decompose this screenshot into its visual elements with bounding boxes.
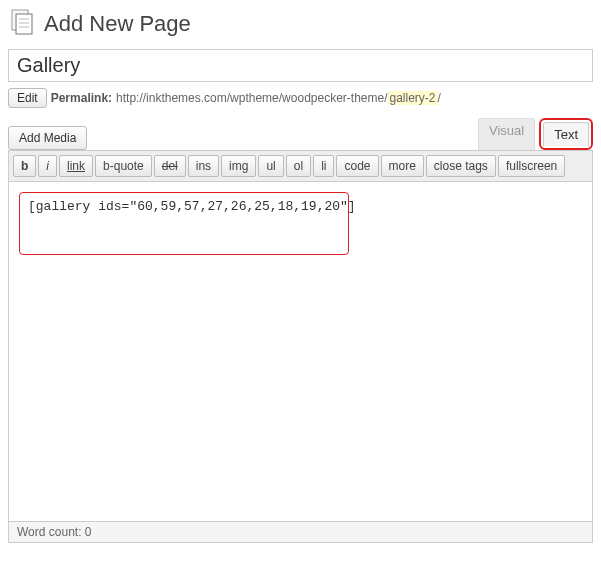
- tool-link[interactable]: link: [59, 155, 93, 177]
- editor-textarea[interactable]: [gallery ids="60,59,57,27,26,25,18,19,20…: [8, 182, 593, 522]
- permalink-row: Edit Permalink: http://inkthemes.com/wpt…: [8, 88, 593, 108]
- tool-bquote[interactable]: b-quote: [95, 155, 152, 177]
- tool-code[interactable]: code: [336, 155, 378, 177]
- tool-ins[interactable]: ins: [188, 155, 219, 177]
- editor-toolbar: b i link b-quote del ins img ul ol li co…: [8, 150, 593, 182]
- svg-rect-1: [16, 14, 32, 34]
- tool-li[interactable]: li: [313, 155, 334, 177]
- permalink-url: http://inkthemes.com/wptheme/woodpecker-…: [116, 91, 441, 105]
- editor-tabs: Visual Text: [478, 118, 593, 150]
- page-title: Add New Page: [44, 11, 191, 37]
- tool-ol[interactable]: ol: [286, 155, 311, 177]
- tool-close-tags[interactable]: close tags: [426, 155, 496, 177]
- tab-visual[interactable]: Visual: [478, 118, 535, 150]
- tool-italic[interactable]: i: [38, 155, 57, 177]
- add-media-button[interactable]: Add Media: [8, 126, 87, 150]
- tool-bold[interactable]: b: [13, 155, 36, 177]
- page-header: Add New Page: [8, 8, 593, 39]
- content-highlight: [gallery ids="60,59,57,27,26,25,18,19,20…: [19, 192, 349, 255]
- permalink-slug: gallery-2: [388, 91, 438, 105]
- editor-content: [gallery ids="60,59,57,27,26,25,18,19,20…: [28, 199, 356, 214]
- status-bar: Word count: 0: [8, 522, 593, 543]
- tool-ul[interactable]: ul: [258, 155, 283, 177]
- tool-fullscreen[interactable]: fullscreen: [498, 155, 565, 177]
- tool-img[interactable]: img: [221, 155, 256, 177]
- tool-del[interactable]: del: [154, 155, 186, 177]
- wordcount-value: 0: [85, 525, 92, 539]
- edit-permalink-button[interactable]: Edit: [8, 88, 47, 108]
- permalink-label: Permalink:: [51, 91, 112, 105]
- title-input[interactable]: [8, 49, 593, 82]
- text-tab-highlight: Text: [539, 118, 593, 150]
- tab-text[interactable]: Text: [543, 122, 589, 146]
- page-icon: [8, 8, 44, 39]
- wordcount-label: Word count:: [17, 525, 81, 539]
- tool-more[interactable]: more: [381, 155, 424, 177]
